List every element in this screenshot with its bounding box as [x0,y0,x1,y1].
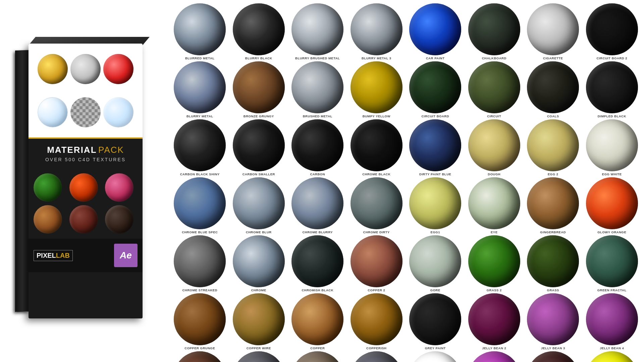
label-dimpled-black: DIMPLED BLACK [598,114,626,118]
label-carbon-black-shiny: CARBON BLACK SHINY [180,172,220,176]
sphere-copper [291,293,343,345]
material-item-chalkboard[interactable]: CHALKBOARD [466,3,523,60]
material-item-chrome-blur[interactable]: CHROME BLUR [230,177,288,234]
box-title-section: MATERIAL PACK OVER 500 C4D TEXTURES [29,139,143,168]
material-item-gore[interactable]: GORE [407,235,464,292]
material-item-chrome-blue-spec[interactable]: CHROME BLUE SPEC [171,177,229,234]
sphere-blurry-black [233,3,285,55]
material-item-carbon[interactable]: CARBON [289,119,346,176]
material-item-dirty-paint-blue[interactable]: DIRTY PAINT BLUE [407,119,464,176]
material-item-grass-2[interactable]: GRASS 2 [466,235,523,292]
material-item-dimpled-black[interactable]: DIMPLED BLACK [583,61,641,118]
material-item-dough[interactable]: DOUGH [466,119,523,176]
materials-grid: BLURRED METALBLURRY BLACKBLURRY BRUSHED … [171,3,641,359]
material-item-cigarette[interactable]: CIGARETTE [524,3,582,60]
label-chrome-streaked: CHROME STREAKED [182,288,217,292]
material-item-cracky[interactable]: CRACKY [230,351,288,362]
sphere-grey-paint [409,293,461,345]
label-copper: COPPER [310,346,325,350]
label-bumpy-yellow: BUMPY YELLOW [363,114,390,118]
material-item-circuit-board[interactable]: CIRCUIT BOARD [407,61,464,118]
left-panel: MATERIAL PACK OVER 500 C4D TEXTURES PIXE… [0,0,164,362]
right-panel: BLURRED METALBLURRY BLACKBLURRY BRUSHED … [164,0,644,362]
label-blurred-metal: BLURRED METAL [185,56,215,60]
sphere-circuit-board [409,61,461,113]
material-item-eye[interactable]: EYE [466,177,523,234]
sphere-copper-grunge [174,293,226,345]
preview-sphere-silver [70,54,101,84]
material-item-egg-white[interactable]: EGG WHITE [583,119,641,176]
material-item-blurred-metal[interactable]: BLURRED METAL [171,3,229,60]
material-item-carbon-black-shiny[interactable]: CARBON BLACK SHINY [171,119,229,176]
material-label: MATERIAL [47,145,97,155]
sphere-egg-white [586,119,638,171]
sphere-copperish [351,293,402,345]
material-item-blurry-black[interactable]: BLURRY BLACK [230,3,288,60]
material-item-copper-2[interactable]: COPPER 2 [348,235,406,292]
label-chrome-blue-spec: CHROME BLUE SPEC [182,230,218,234]
material-item-chromish-black[interactable]: CHROMISH BLACK [289,235,346,292]
sphere-blurred-metal [174,3,226,55]
material-item-copper-grunge[interactable]: COPPER GRUNGE [171,293,229,350]
material-item-grey-paint[interactable]: GREY PAINT [407,293,464,350]
label-chrome-dirty: CHROME DIRTY [363,230,390,234]
label-bronze-grungy: BRONZE GRUNGY [244,114,274,118]
sphere-dimpled-black [586,61,638,113]
material-item-copper-wire[interactable]: COPPER WIRE [230,293,288,350]
label-blurry-metal: BLURRY METAL [186,114,213,118]
sphere-glowy-orange [586,177,638,229]
material-item-bronze-grungy[interactable]: BRONZE GRUNGY [230,61,288,118]
material-item-coppy[interactable]: COPPY [171,351,229,362]
material-item-chrome-blurry[interactable]: CHROME BLURRY [289,177,346,234]
material-item-jelly-bean-2[interactable]: JELLY BEAN 2 [466,293,523,350]
material-item-blurry-metal[interactable]: BLURRY METAL [171,61,229,118]
material-item-blurry-metal-3[interactable]: BLURRY METAL 3 [348,3,406,60]
material-item-chrome-dirty[interactable]: CHROME DIRTY [348,177,406,234]
material-item-green-fractal[interactable]: GREEN FRACTAL [583,235,641,292]
material-item-brushed-metal[interactable]: BRUSHED METAL [289,61,346,118]
label-egg1: EGG1 [431,230,440,234]
material-item-copperish[interactable]: COPPERISH [348,293,406,350]
material-item-blurry-brushed-metal[interactable]: BLURRY BRUSHED METAL [289,3,346,60]
material-item-chrome-black[interactable]: CHROME BLACK [348,119,406,176]
sphere-jelly-bean [468,351,520,362]
material-item-grass[interactable]: GRASS [524,235,582,292]
material-item-bumpy-yellow[interactable]: BUMPY YELLOW [348,61,406,118]
material-item-cranial[interactable]: CRANIAL [289,351,346,362]
preview-sphere-pink [105,173,133,202]
material-item-coals[interactable]: COALS [524,61,582,118]
material-item-egg-2[interactable]: EGG 2 [524,119,582,176]
label-coals: COALS [547,114,559,118]
material-item-circuit-board-2[interactable]: CIRCUIT BOARD 2 [583,3,641,60]
material-item-crustabox[interactable]: CRUSTABOX [348,351,406,362]
material-item-jelly-bean[interactable]: JELLY BEAN [466,351,523,362]
material-item-carbon-smaller[interactable]: CARBON SMALLER [230,119,288,176]
product-box: MATERIAL PACK OVER 500 C4D TEXTURES PIXE… [12,30,153,332]
material-item-copper[interactable]: COPPER [289,293,346,350]
label-jelly-bean-2: JELLY BEAN 2 [482,346,506,350]
material-item-egg1[interactable]: EGG1 [407,177,464,234]
material-item-jelly-bean-4[interactable]: JELLY BEAN 4 [583,293,641,350]
sphere-jelly-bean-4 [586,293,638,345]
material-item-chrome[interactable]: CHROME [230,235,288,292]
pack-label: PACK [98,145,124,155]
sphere-copper-2 [351,235,402,287]
material-item-lava[interactable]: LAVA [524,351,582,362]
sphere-gore [409,235,461,287]
material-item-car-paint[interactable]: CAR PAINT [407,3,464,60]
sphere-dirty-paint-blue [409,119,461,171]
material-item-chrome-streaked[interactable]: CHROME STREAKED [171,235,229,292]
material-item-jelly-bean-3[interactable]: JELLY BEAN 3 [524,293,582,350]
material-item-circuit[interactable]: CIRCUIT [466,61,523,118]
material-item-jelly-bean-5[interactable]: JELLY BEAN 5 [407,351,464,362]
lab-text: LAB [56,252,70,259]
material-item-gingerbread[interactable]: GINGERBREAD [524,177,582,234]
sphere-cigarette [527,3,579,55]
material-item-lemon[interactable]: LEMON [583,351,641,362]
sphere-jelly-bean-3 [527,293,579,345]
label-blurry-metal-3: BLURRY METAL 3 [362,56,391,60]
box-front: MATERIAL PACK OVER 500 C4D TEXTURES PIXE… [29,44,143,318]
material-item-glowy-orange[interactable]: GLOWY ORANGE [583,177,641,234]
label-carbon-smaller: CARBON SMALLER [243,172,275,176]
label-copper-wire: COPPER WIRE [247,346,271,350]
